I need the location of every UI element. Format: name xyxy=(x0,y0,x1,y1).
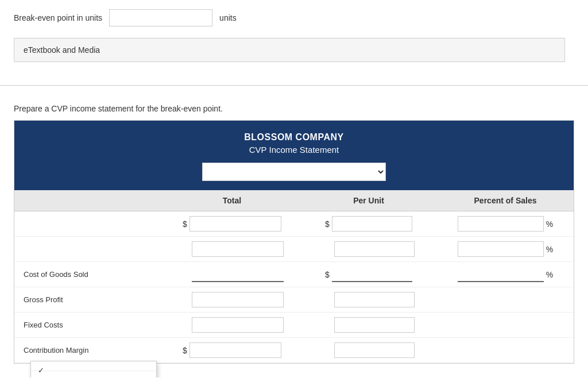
row-label-cogs: Cost of Goods Sold xyxy=(14,270,164,279)
row-perunit-cell-6 xyxy=(300,341,437,359)
row-pct-cell-3: % xyxy=(437,265,574,283)
dropdown-overlay: Administrative Expenses Sales Variable C… xyxy=(30,361,157,378)
row-pct-cell-6 xyxy=(437,349,574,352)
row-perunit-input-2[interactable] xyxy=(334,241,415,257)
row-total-input-6[interactable] xyxy=(189,342,281,358)
row-total-input-2[interactable] xyxy=(192,241,284,257)
row-perunit-cell-2 xyxy=(300,240,437,258)
table-row: Contribution Margin $ xyxy=(14,338,574,363)
divider xyxy=(0,85,588,86)
company-name: BLOSSOM COMPANY xyxy=(24,132,564,142)
cvp-container: BLOSSOM COMPANY CVP Income Statement For… xyxy=(14,120,574,364)
row-pct-cell-4 xyxy=(437,299,574,301)
row-pct-cell-1: % xyxy=(437,215,574,233)
row-perunit-input-4[interactable] xyxy=(334,292,415,307)
table-row: Fixed Costs xyxy=(14,313,574,338)
cvp-period-dropdown[interactable]: For the Year Ended December 31, 2022 For… xyxy=(202,163,386,181)
row-total-input-1[interactable] xyxy=(189,216,281,232)
col-header-percent-sales: Percent of Sales xyxy=(437,196,574,205)
dollar-icon-6: $ xyxy=(183,346,187,355)
dropdown-item-blank[interactable] xyxy=(31,361,156,371)
percent-icon-2: % xyxy=(546,245,553,254)
dollar-icon-2: $ xyxy=(325,219,330,229)
row-total-input-4[interactable] xyxy=(192,292,284,307)
col-header-per-unit: Per Unit xyxy=(300,196,437,205)
row-pct-input-1[interactable] xyxy=(458,216,544,232)
cvp-rows: $ $ % % xyxy=(14,211,574,363)
table-row: Gross Profit xyxy=(14,287,574,313)
row-total-input-3[interactable] xyxy=(192,267,284,282)
row-perunit-cell-4 xyxy=(300,291,437,309)
cvp-title: CVP Income Statement xyxy=(24,145,564,155)
dollar-icon-1: $ xyxy=(183,219,187,229)
table-row: $ $ % xyxy=(14,211,574,237)
row-perunit-input-5[interactable] xyxy=(334,317,415,333)
percent-icon-1: % xyxy=(546,219,553,229)
row-label-gross-profit: Gross Profit xyxy=(14,295,164,304)
row-total-cell-1: $ xyxy=(164,215,300,233)
row-total-cell-5 xyxy=(164,316,300,334)
prepare-text-label: Prepare a CVP income statement for the b… xyxy=(0,95,588,120)
row-perunit-input-3[interactable] xyxy=(332,267,412,282)
units-label: units xyxy=(219,13,237,22)
row-pct-cell-5 xyxy=(437,324,574,326)
row-perunit-cell-1: $ xyxy=(300,215,437,233)
percent-icon-3: % xyxy=(546,270,553,279)
row-label-contribution-margin: Contribution Margin xyxy=(14,346,164,355)
row-total-cell-3 xyxy=(164,265,300,283)
row-total-cell-4 xyxy=(164,291,300,309)
break-even-label: Break-even point in units xyxy=(14,13,102,22)
row-pct-input-3[interactable] xyxy=(458,267,544,282)
dollar-icon-3: $ xyxy=(325,270,330,279)
row-perunit-cell-5 xyxy=(300,316,437,334)
row-perunit-input-6[interactable] xyxy=(334,342,415,358)
cvp-header: BLOSSOM COMPANY CVP Income Statement For… xyxy=(14,121,574,190)
row-pct-input-2[interactable] xyxy=(458,241,544,257)
row-pct-cell-2: % xyxy=(437,240,574,258)
column-headers: Total Per Unit Percent of Sales xyxy=(14,190,574,211)
col-header-empty xyxy=(14,196,164,205)
dropdown-item-admin-expenses[interactable]: Administrative Expenses xyxy=(31,371,156,378)
row-perunit-input-1[interactable] xyxy=(332,216,412,232)
col-header-total: Total xyxy=(164,196,300,205)
row-total-cell-6: $ xyxy=(164,341,300,359)
table-row: % xyxy=(14,237,574,262)
row-perunit-cell-3: $ xyxy=(300,265,437,283)
row-total-cell-2 xyxy=(164,240,300,258)
row-total-input-5[interactable] xyxy=(192,317,284,333)
row-label-fixed-costs: Fixed Costs xyxy=(14,321,164,329)
table-row: Cost of Goods Sold $ % xyxy=(14,262,574,287)
break-even-input[interactable] xyxy=(109,9,212,26)
etextbook-box: eTextbook and Media xyxy=(14,38,565,62)
